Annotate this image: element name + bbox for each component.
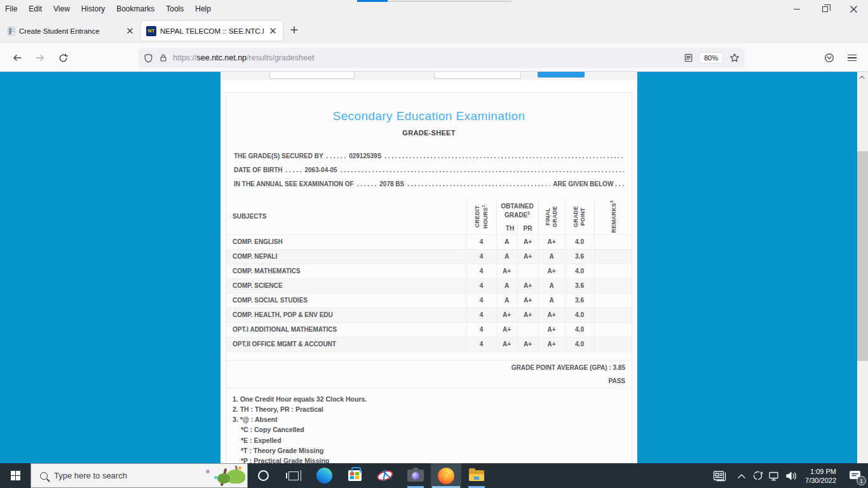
camera-icon <box>407 470 424 482</box>
chevron-up-icon <box>738 473 745 478</box>
menu-edit[interactable]: Edit <box>29 4 42 13</box>
volume-tray-button[interactable] <box>782 471 800 481</box>
menu-file[interactable]: File <box>5 4 17 13</box>
start-button[interactable] <box>0 463 31 488</box>
snipping-tool-button[interactable] <box>370 463 400 488</box>
firefox-icon <box>438 468 454 484</box>
submit-button[interactable] <box>538 72 585 78</box>
restore-button[interactable] <box>811 0 839 18</box>
search-form-strip <box>220 72 637 80</box>
cell-final: A <box>538 293 565 308</box>
menu-tools[interactable]: Tools <box>166 4 184 13</box>
tab-create-student-entrance[interactable]: Create Student Entrance <box>3 21 140 41</box>
menu-view[interactable]: View <box>53 4 70 13</box>
system-tray: 1:09 PM 7/30/2022 1 <box>706 463 868 488</box>
new-tab-button[interactable] <box>290 25 299 37</box>
gpa-label: GRADE POINT AVERAGE (GPA) : <box>512 364 611 371</box>
reader-view-icon[interactable] <box>684 53 693 62</box>
cortana-button[interactable] <box>248 463 278 488</box>
grades-table: SUBJECTS CREDIT HOURS1 OBTAINED GRADE2 F… <box>226 199 632 352</box>
tab-close-button[interactable] <box>125 26 135 36</box>
task-view-button[interactable] <box>278 463 309 488</box>
menu-help[interactable]: Help <box>195 4 211 13</box>
cell-th: A+ <box>496 337 517 351</box>
cell-final: A+ <box>538 337 565 351</box>
symbol-number-input[interactable] <box>269 72 355 79</box>
header-obtained-grade: OBTAINED GRADE2 <box>496 199 538 223</box>
taskbar-search[interactable]: Type here to search <box>31 463 248 488</box>
minimize-icon <box>794 9 800 10</box>
gpa-row: GRADE POINT AVERAGE (GPA) : 3.85 <box>226 360 632 374</box>
cell-th: A <box>496 249 517 264</box>
network-tray-button[interactable] <box>766 471 782 481</box>
scrollbar-thumb[interactable] <box>857 151 868 361</box>
cell-pr: A+ <box>517 234 538 249</box>
cell-credit: 4 <box>466 234 496 249</box>
cell-pr: A+ <box>517 308 538 322</box>
firefox-button[interactable] <box>431 463 461 488</box>
cell-remarks <box>594 249 632 264</box>
menu-bookmarks[interactable]: Bookmarks <box>116 4 154 13</box>
file-explorer-button[interactable] <box>461 463 492 488</box>
reload-button[interactable] <box>53 48 72 67</box>
dob-input[interactable] <box>434 72 521 79</box>
grade-row: COMP. ENGLISH4AA+A+4.0 <box>226 234 632 249</box>
cell-subject: OPT.I ADDITIONAL MATHEMATICS <box>226 322 466 337</box>
cell-pr: A+ <box>517 293 538 308</box>
result-status: PASS <box>609 377 626 384</box>
secured-by-line: THE GRADE(S) SECURED BY . . . . . . 0291… <box>234 149 624 163</box>
news-icon <box>713 470 727 482</box>
cell-gp: 3.6 <box>565 249 594 264</box>
cell-remarks <box>594 293 632 308</box>
screen-record-tray-button[interactable] <box>749 470 766 481</box>
taskbar: Type here to search <box>0 463 868 488</box>
zoom-level-badge[interactable]: 80% <box>699 52 723 64</box>
shield-icon <box>144 53 153 63</box>
microsoft-store-icon <box>348 470 362 481</box>
close-button[interactable] <box>839 0 868 18</box>
edge-button[interactable] <box>309 463 339 488</box>
scroll-up-button[interactable] <box>857 72 868 83</box>
grade-row: OPT.II OFFICE MGMT & ACCOUNT4A+A+A+4.0 <box>226 337 632 351</box>
dots: . . . . . . <box>327 149 346 163</box>
tab-nepal-telecom[interactable]: NT NEPAL TELECOM :: SEE.NTC.NET <box>141 21 283 41</box>
cell-final: A+ <box>538 264 565 278</box>
cell-subject: COMP. MATHEMATICS <box>226 264 466 278</box>
cortana-icon <box>258 470 269 481</box>
page-scrollbar[interactable] <box>857 72 868 463</box>
tray-overflow-button[interactable] <box>734 473 749 478</box>
cell-th: A <box>496 278 517 293</box>
screen: FileEditViewHistoryBookmarksToolsHelp Cr… <box>0 0 868 488</box>
store-button[interactable] <box>339 463 370 488</box>
grade-row: COMP. NEPALI4AA+A3.6 <box>226 249 632 264</box>
snipping-tool-icon <box>376 468 394 482</box>
forward-button[interactable] <box>31 48 50 67</box>
cell-th: A <box>496 293 517 308</box>
record-icon <box>752 470 763 481</box>
action-center-button[interactable]: 1 <box>843 463 868 488</box>
cell-th: A+ <box>496 322 517 337</box>
camera-button[interactable] <box>400 463 431 488</box>
cell-final: A <box>538 278 565 293</box>
symbol-number-value: 02912539S <box>349 149 381 163</box>
result-row: PASS <box>226 374 632 388</box>
dob-line: DATE OF BIRTH . . . . . 2063-04-05 . . .… <box>234 163 624 177</box>
minimize-button[interactable] <box>782 0 811 18</box>
menu-history[interactable]: History <box>81 4 105 13</box>
taskbar-clock[interactable]: 1:09 PM 7/30/2022 <box>805 467 836 485</box>
url-bar[interactable]: https://see.ntc.net.np/results/gradeshee… <box>139 48 745 68</box>
cell-remarks <box>594 278 632 293</box>
back-button[interactable] <box>8 48 27 67</box>
tab-close-button[interactable] <box>268 26 278 36</box>
dots: . . . . . <box>285 163 301 177</box>
bookmark-star-icon[interactable] <box>729 53 740 63</box>
news-widget-button[interactable] <box>706 470 734 482</box>
menu-button[interactable] <box>843 48 862 67</box>
chevron-up-icon <box>859 76 864 81</box>
browser-menubar: FileEditViewHistoryBookmarksToolsHelp <box>0 0 868 18</box>
gradesheet-card: Secondary Education Examination GRADE-SH… <box>226 92 632 463</box>
footnotes: 1. One Credit Hour equals 32 Clock Hours… <box>226 388 632 464</box>
url-path: /results/gradesheet <box>247 53 314 62</box>
pocket-button[interactable] <box>820 48 839 67</box>
page-viewport: Secondary Education Examination GRADE-SH… <box>0 72 857 463</box>
